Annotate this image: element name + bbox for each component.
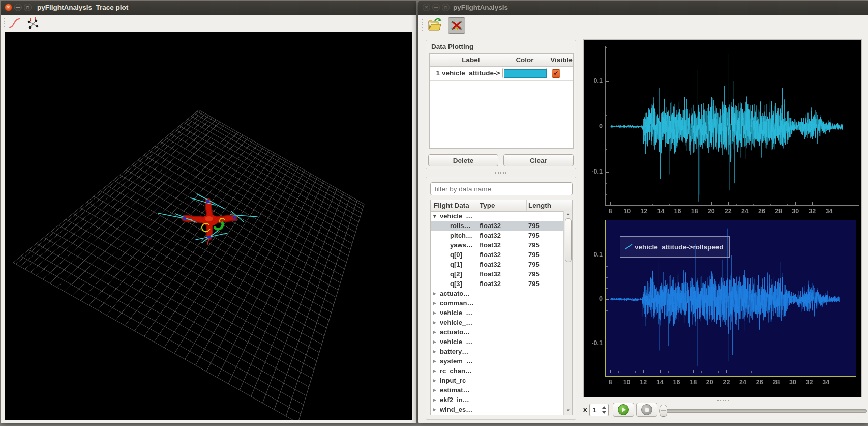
tree-item[interactable]: q[0]float32795 — [431, 250, 563, 260]
panel-splitter[interactable] — [495, 172, 506, 174]
clear-button[interactable]: Clear — [503, 154, 574, 166]
tick-label: 26 — [755, 208, 769, 216]
tick-mark — [606, 115, 607, 116]
tree-item[interactable]: ▸vehicle_… — [431, 337, 563, 347]
plot-panel[interactable]: vehicle_attitude->rollspeed 810121416182… — [583, 39, 862, 397]
time-slider-handle[interactable] — [660, 405, 667, 417]
tree-item[interactable]: ▸rc_chan… — [431, 366, 563, 376]
expand-arrow-icon[interactable]: ▸ — [433, 289, 436, 298]
color-picker-button[interactable] — [502, 68, 547, 78]
expand-arrow-icon[interactable]: ▸ — [433, 395, 436, 405]
tree-item[interactable]: pitch…float32795 — [431, 231, 563, 240]
play-button[interactable] — [613, 403, 634, 417]
speed-spinbox[interactable]: 1 — [589, 404, 609, 416]
tree-item-label: comman… — [440, 298, 473, 308]
filter-input[interactable] — [430, 182, 573, 195]
tree-item[interactable]: ▸battery… — [431, 347, 563, 356]
tree-item[interactable]: ▸actuato… — [431, 327, 563, 337]
toolbar-grip[interactable] — [422, 19, 423, 31]
trace-3d-view[interactable] — [5, 32, 412, 420]
tree-item[interactable]: ▸actuato… — [431, 289, 563, 298]
minimize-button[interactable]: — — [432, 4, 440, 11]
close-button[interactable]: ✕ — [5, 4, 12, 11]
curve-label[interactable]: vehicle_attitude->rollspeed — [442, 66, 500, 80]
time-slider-track[interactable] — [659, 409, 867, 413]
scroll-up-arrow[interactable]: ▲ — [564, 211, 573, 217]
minimize-button[interactable]: — — [14, 4, 22, 11]
drone-trace-icon[interactable] — [26, 16, 40, 31]
tree-item[interactable]: ▸vehicle_… — [431, 414, 563, 415]
expand-arrow-icon[interactable]: ▸ — [433, 327, 436, 337]
expand-arrow-icon[interactable]: ▸ — [433, 385, 436, 395]
tick-mark — [636, 204, 636, 205]
column-label[interactable]: Label — [441, 54, 501, 66]
maximize-button[interactable]: ▢ — [442, 4, 450, 11]
column-visible[interactable]: Visible — [549, 54, 574, 66]
column-length[interactable]: Length — [528, 200, 551, 211]
tick-mark — [760, 370, 760, 373]
toolbar-grip[interactable] — [4, 18, 5, 29]
tree-item[interactable]: yaws…float32795 — [431, 240, 563, 250]
maximize-icon: ▢ — [442, 4, 449, 11]
stop-button[interactable] — [636, 403, 657, 417]
trace-window-titlebar[interactable]: ✕ — ▢ pyFlightAnalysis Trace plot — [1, 1, 416, 15]
tree-item-label: input_rc — [440, 376, 466, 385]
expand-arrow-icon[interactable]: ▸ — [433, 318, 436, 327]
flight-data-tree[interactable]: ▾vehicle_…rolls…float32795pitch…float327… — [431, 211, 563, 415]
expand-arrow-icon[interactable]: ▸ — [433, 376, 436, 385]
spin-down-arrow[interactable] — [602, 411, 606, 414]
tree-item[interactable]: ▸vehicle_… — [431, 308, 563, 318]
expand-arrow-icon[interactable]: ▸ — [433, 308, 436, 318]
expand-arrow-icon[interactable]: ▸ — [433, 405, 436, 414]
tree-item[interactable]: rolls…float32795 — [431, 221, 563, 231]
tree-item[interactable]: ▸system_… — [431, 356, 563, 366]
expand-arrow-icon[interactable]: ▸ — [433, 347, 436, 356]
tree-item[interactable]: ▸comman… — [431, 298, 563, 308]
plotted-curves-header[interactable]: Label Color Visible — [430, 54, 573, 67]
tick-mark — [606, 255, 609, 255]
tick-mark — [606, 322, 608, 322]
expand-arrow-icon[interactable]: ▸ — [433, 337, 436, 347]
color-swatch[interactable] — [504, 69, 547, 78]
tree-item[interactable]: q[3]float32795 — [431, 279, 563, 289]
plotted-curves-table[interactable]: Label Color Visible 1 vehicle_attitude->… — [429, 53, 574, 149]
visible-checkbox[interactable]: ✓ — [552, 69, 560, 78]
expand-arrow-icon[interactable]: ▸ — [433, 366, 436, 376]
delete-button[interactable]: Delete — [428, 154, 498, 166]
drone-tool-icon[interactable] — [448, 17, 465, 34]
column-color[interactable]: Color — [501, 54, 549, 66]
trace-3d-canvas[interactable] — [5, 32, 412, 420]
tree-item[interactable]: ▸estimat… — [431, 385, 563, 395]
plot-splitter[interactable] — [717, 400, 729, 401]
flight-data-header[interactable]: Flight Data Type Length — [431, 200, 572, 212]
column-type[interactable]: Type — [480, 200, 495, 211]
tick-label: 32 — [802, 379, 817, 387]
scrollbar-thumb[interactable] — [565, 218, 572, 262]
tree-item[interactable]: ▸vehicle_… — [431, 318, 563, 327]
scroll-down-arrow[interactable]: ▼ — [564, 408, 573, 414]
tree-item[interactable]: q[1]float32795 — [431, 260, 563, 269]
top-plot-curve[interactable] — [606, 46, 859, 205]
expand-arrow-icon[interactable]: ▸ — [433, 356, 436, 366]
tree-item[interactable]: ▸ekf2_in… — [431, 395, 563, 405]
tick-mark — [606, 277, 608, 278]
tree-item[interactable]: q[2]float32795 — [431, 269, 563, 279]
expand-arrow-icon[interactable]: ▸ — [433, 298, 436, 308]
flight-data-table[interactable]: Flight Data Type Length ▾vehicle_…rolls…… — [430, 200, 573, 415]
open-log-icon[interactable] — [427, 17, 443, 33]
expand-arrow-icon[interactable]: ▸ — [433, 414, 436, 415]
collapse-arrow-icon[interactable]: ▾ — [433, 211, 436, 221]
spin-up-arrow[interactable] — [602, 406, 606, 409]
tick-label: 12 — [636, 379, 650, 387]
tree-scrollbar[interactable]: ▲ ▼ — [563, 211, 573, 415]
tree-item[interactable]: ▸input_rc — [431, 376, 563, 385]
column-flight-data[interactable]: Flight Data — [434, 200, 469, 211]
tree-item[interactable]: ▸wind_es… — [431, 405, 563, 414]
curve-plot-icon[interactable] — [8, 16, 22, 31]
maximize-button[interactable]: ▢ — [24, 4, 32, 11]
close-button[interactable]: ✕ — [423, 4, 430, 11]
plot-legend[interactable]: vehicle_attitude->rollspeed — [620, 236, 730, 258]
analysis-window-titlebar[interactable]: ✕ — ▢ pyFlightAnalysis — [418, 1, 868, 15]
tree-item[interactable]: ▾vehicle_… — [431, 211, 563, 221]
curve-row[interactable]: 1 vehicle_attitude->rollspeed ✓ — [430, 66, 573, 81]
